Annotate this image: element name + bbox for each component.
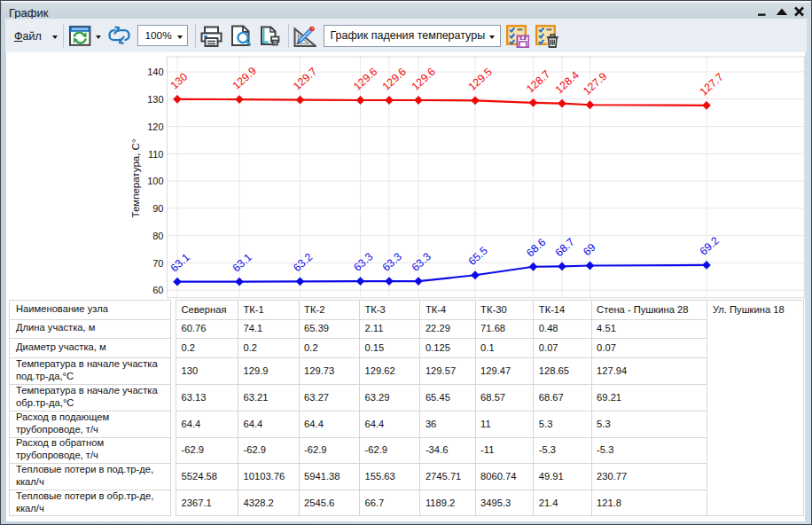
svg-text:140: 140 — [147, 67, 163, 77]
svg-text:130: 130 — [147, 94, 163, 105]
svg-text:70: 70 — [152, 258, 163, 269]
svg-text:63.2: 63.2 — [291, 251, 315, 275]
svg-text:63.3: 63.3 — [410, 250, 433, 274]
svg-text:120: 120 — [147, 121, 163, 132]
svg-text:129.7: 129.7 — [291, 65, 319, 92]
svg-text:68.7: 68.7 — [553, 236, 577, 260]
svg-text:68.6: 68.6 — [524, 236, 548, 260]
svg-text:63.1: 63.1 — [230, 251, 254, 275]
svg-text:129.6: 129.6 — [351, 66, 379, 93]
svg-text:100: 100 — [147, 176, 163, 186]
svg-text:69.2: 69.2 — [698, 234, 722, 258]
svg-text:129.5: 129.5 — [466, 66, 495, 93]
svg-text:127.7: 127.7 — [698, 71, 726, 98]
svg-text:63.3: 63.3 — [380, 250, 404, 274]
svg-text:129.6: 129.6 — [380, 66, 409, 93]
svg-text:129.9: 129.9 — [230, 65, 259, 92]
svg-text:127.9: 127.9 — [581, 70, 609, 98]
svg-text:65.5: 65.5 — [466, 245, 490, 269]
svg-text:128.4: 128.4 — [553, 68, 582, 96]
svg-text:63.3: 63.3 — [351, 250, 375, 274]
svg-text:69: 69 — [581, 241, 598, 259]
svg-text:80: 80 — [152, 231, 163, 241]
svg-text:130: 130 — [168, 70, 191, 91]
svg-text:129.6: 129.6 — [410, 66, 438, 93]
svg-text:63.1: 63.1 — [168, 251, 192, 275]
svg-text:Температура, C°: Температура, C° — [130, 139, 141, 218]
svg-text:90: 90 — [152, 203, 163, 214]
svg-text:110: 110 — [148, 149, 164, 160]
svg-text:60: 60 — [152, 285, 163, 295]
